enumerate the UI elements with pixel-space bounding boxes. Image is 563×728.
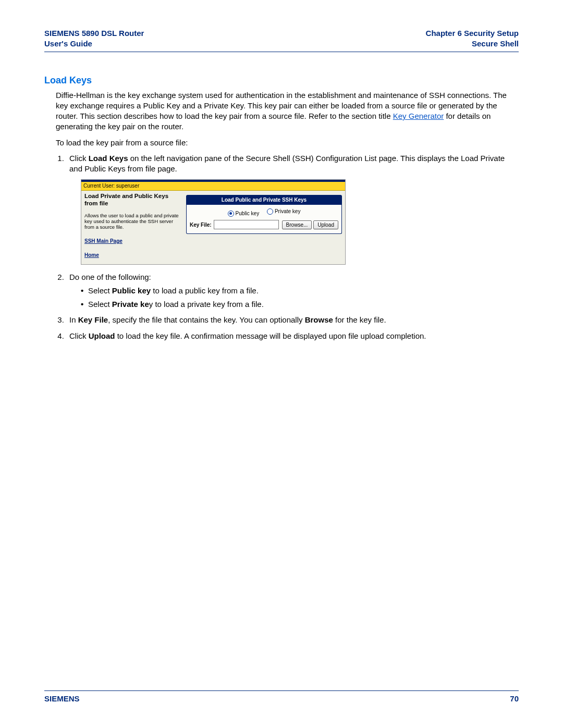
header-right: Chapter 6 Security Setup Secure Shell	[426, 28, 519, 50]
ss-right-pane: Load Public and Private SSH Keys Public …	[183, 191, 345, 264]
step-1-bold: Load Keys	[89, 154, 128, 163]
upload-button[interactable]: Upload	[313, 220, 338, 230]
key-type-radio-group: Public key Private key	[190, 208, 338, 217]
ss-left-desc: Allows the user to load a public and pri…	[84, 213, 180, 230]
step-1: Click Load Keys on the left navigation p…	[66, 153, 519, 265]
ss-left-title: Load Private and Public Keys from file	[84, 192, 180, 207]
header-left: SIEMENS 5890 DSL Router User's Guide	[44, 28, 144, 50]
browse-button[interactable]: Browse...	[282, 220, 312, 230]
bullet-private-key: Select Private key to load a private key…	[81, 299, 519, 310]
embedded-screenshot: Current User: superuser Load Private and…	[81, 179, 346, 264]
footer-page-number: 70	[510, 694, 519, 703]
private-key-radio[interactable]: Private key	[267, 208, 300, 215]
ss-body: Load Private and Public Keys from file A…	[81, 191, 345, 264]
chapter-title: Chapter 6 Security Setup	[426, 29, 519, 38]
ss-left-pane: Load Private and Public Keys from file A…	[81, 191, 183, 264]
doc-title: SIEMENS 5890 DSL Router	[44, 29, 144, 38]
ss-panel-header: Load Public and Private SSH Keys	[186, 195, 342, 205]
page-header: SIEMENS 5890 DSL Router User's Guide Cha…	[44, 28, 519, 52]
page-footer: SIEMENS 70	[44, 690, 519, 703]
key-generator-link[interactable]: Key Generator	[393, 112, 444, 120]
step-3: In Key File, specify the file that conta…	[66, 315, 519, 325]
section-name: Secure Shell	[472, 39, 519, 48]
key-file-row: Key File: Browse... Upload	[190, 220, 338, 229]
bullet-public-key: Select Public key to load a public key f…	[81, 286, 519, 296]
public-key-radio[interactable]: Public key	[228, 210, 260, 217]
document-page: SIEMENS 5890 DSL Router User's Guide Cha…	[0, 0, 563, 728]
body-text: Diffie-Hellman is the key exchange syste…	[56, 90, 519, 148]
home-link[interactable]: Home	[84, 252, 180, 259]
step-4: Click Upload to load the key file. A con…	[66, 331, 519, 341]
section-title: Load Keys	[44, 75, 519, 86]
ss-panel-body: Public key Private key Key File:	[186, 205, 342, 234]
ssh-main-page-link[interactable]: SSH Main Page	[84, 238, 180, 245]
key-file-label: Key File:	[190, 221, 212, 229]
current-user-bar: Current User: superuser	[81, 182, 345, 191]
steps-list: Click Load Keys on the left navigation p…	[44, 153, 519, 341]
step-2-bullets: Select Public key to load a public key f…	[69, 286, 519, 310]
step-2: Do one of the following: Select Public k…	[66, 272, 519, 310]
doc-subtitle: User's Guide	[44, 39, 92, 48]
radio-unselected-icon	[267, 208, 273, 215]
radio-selected-icon	[228, 211, 234, 217]
footer-brand: SIEMENS	[44, 694, 80, 703]
intro-paragraph-1: Diffie-Hellman is the key exchange syste…	[56, 90, 519, 132]
intro-paragraph-2: To load the key pair from a source file:	[56, 138, 519, 148]
key-file-input[interactable]	[214, 220, 279, 229]
